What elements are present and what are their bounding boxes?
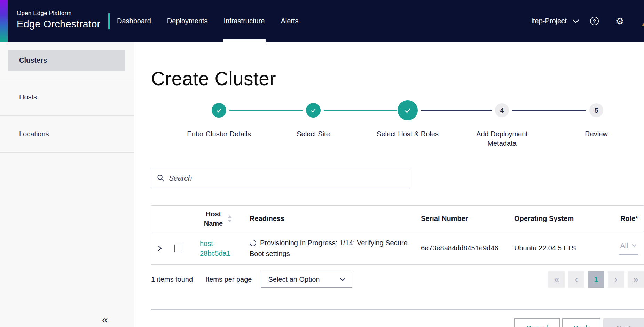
provisioning-spinner-icon — [249, 238, 258, 247]
wizard-stepper: 4 5 Enter Cluster Details Select Site Se… — [172, 94, 638, 152]
pagination-bar: 1 items found Items per page Select an O… — [151, 271, 644, 288]
row-serial-number-cell: 6e73e8a84dd8451e9d46 — [417, 244, 510, 252]
role-dropdown[interactable]: All — [620, 241, 636, 250]
chevron-down-icon[interactable] — [572, 19, 579, 23]
chevron-right-icon[interactable] — [157, 245, 163, 252]
page-1-button[interactable]: 1 — [588, 271, 604, 288]
help-icon[interactable]: ? — [590, 16, 599, 26]
project-selector-label[interactable]: itep-Project — [532, 17, 567, 25]
step-2-circle-complete[interactable] — [306, 103, 321, 118]
step-number: 5 — [594, 106, 598, 114]
nav-right-cluster: itep-Project ? ⚙ — [532, 0, 644, 42]
nav-menu: Dashboard Deployments Infrastructure Ale… — [109, 0, 307, 42]
step-1-circle-complete[interactable] — [212, 103, 226, 118]
user-avatar-icon[interactable] — [641, 16, 644, 26]
brand-product-label: Edge Orchestrator — [17, 18, 100, 30]
row-host-name-cell: host-28bc5da1 — [189, 239, 245, 258]
sidebar-item-label: Hosts — [0, 93, 37, 101]
sidebar-item-label: Locations — [0, 130, 49, 138]
sidebar-item-label: Clusters — [19, 56, 47, 64]
nav-item-deployments[interactable]: Deployments — [159, 0, 216, 42]
row-checkbox[interactable] — [174, 245, 182, 252]
row-checkbox-cell — [167, 245, 189, 252]
table-row: host-28bc5da1 Provisioning In Progress: … — [151, 232, 644, 264]
screen: Open Edge Platform Edge Orchestrator Das… — [0, 0, 644, 327]
stepper-connector-3-4 — [421, 110, 492, 111]
sidebar-collapse-icon[interactable]: « — [102, 314, 108, 326]
step-5-circle[interactable]: 5 — [589, 103, 603, 117]
brand-gradient-strip — [0, 0, 8, 42]
sidebar-item-clusters-selected-box[interactable]: Clusters — [8, 50, 125, 71]
check-icon — [215, 107, 222, 114]
chevron-down-icon — [340, 278, 346, 281]
nav-item-dashboard[interactable]: Dashboard — [109, 0, 159, 42]
step-4-label: Add Deployment Metadata — [474, 129, 530, 148]
table-header-row: Host Name Readiness Serial Number Operat… — [151, 206, 644, 232]
step-4-circle[interactable]: 4 — [495, 103, 509, 117]
hosts-table: Host Name Readiness Serial Number Operat… — [151, 205, 644, 265]
readiness-text: Provisioning In Progress: 1/14: Verifyin… — [250, 239, 408, 257]
sort-desc-icon — [228, 220, 232, 222]
column-header-host-name[interactable]: Host Name — [189, 209, 245, 228]
back-button[interactable]: Back — [562, 318, 600, 327]
page-buttons: « ‹ 1 › » — [548, 271, 644, 288]
brand: Open Edge Platform Edge Orchestrator — [17, 10, 100, 30]
check-icon — [310, 107, 317, 114]
footer-divider — [151, 309, 644, 310]
nav-item-infrastructure[interactable]: Infrastructure — [216, 0, 273, 42]
row-expand-cell — [151, 245, 167, 252]
sidebar: Clusters Hosts Locations « — [0, 42, 134, 327]
step-3-circle-current[interactable] — [398, 100, 418, 120]
search-input[interactable] — [169, 174, 405, 182]
column-header-readiness: Readiness — [245, 215, 417, 223]
column-header-role: Role* — [610, 215, 644, 223]
items-per-page-label: Items per page — [205, 276, 252, 284]
chevron-down-icon — [631, 244, 637, 247]
step-3-label: Select Host & Roles — [375, 129, 441, 139]
last-page-button[interactable]: » — [628, 271, 644, 288]
first-page-button[interactable]: « — [548, 271, 565, 288]
stepper-connector-4-5 — [512, 110, 586, 111]
sort-asc-icon — [228, 215, 232, 218]
gear-icon[interactable]: ⚙ — [616, 17, 624, 26]
main-content: Create Cluster 4 5 Enter Cluster Details — [134, 42, 644, 327]
previous-page-button[interactable]: ‹ — [568, 271, 584, 288]
step-5-label: Review — [563, 129, 629, 139]
page-title: Create Cluster — [151, 67, 276, 90]
step-2-label: Select Site — [280, 129, 346, 139]
sidebar-item-locations[interactable]: Locations — [0, 116, 134, 153]
top-navbar: Open Edge Platform Edge Orchestrator Das… — [0, 0, 644, 42]
role-dropdown-value: All — [620, 241, 628, 250]
page-size-select[interactable]: Select an Option — [261, 271, 352, 288]
cancel-button[interactable]: Cancel — [514, 318, 560, 327]
svg-text:?: ? — [593, 18, 596, 24]
sort-icon[interactable] — [228, 215, 232, 222]
items-found-text: 1 items found — [151, 276, 193, 284]
sidebar-item-clusters[interactable]: Clusters — [0, 42, 134, 79]
column-header-serial-number: Serial Number — [417, 215, 510, 223]
sidebar-item-hosts[interactable]: Hosts — [0, 79, 134, 116]
nav-item-alerts[interactable]: Alerts — [273, 0, 306, 42]
stepper-connector-1-2 — [229, 110, 303, 111]
check-icon — [403, 106, 412, 114]
search-box — [151, 168, 410, 188]
search-icon — [157, 174, 165, 182]
page-size-select-value: Select an Option — [268, 276, 320, 284]
column-header-operating-system: Operating System — [510, 215, 610, 223]
brand-platform-label: Open Edge Platform — [17, 10, 100, 17]
stepper-connector-2-3 — [324, 110, 397, 111]
next-page-button[interactable]: › — [608, 271, 624, 288]
row-operating-system-cell: Ubuntu 22.04.5 LTS — [510, 244, 610, 252]
role-dropdown-underline — [619, 254, 638, 255]
next-button[interactable]: Next — [603, 318, 644, 327]
host-name-link[interactable]: host-28bc5da1 — [200, 239, 235, 258]
row-readiness-cell: Provisioning In Progress: 1/14: Verifyin… — [245, 238, 417, 259]
step-1-label: Enter Cluster Details — [186, 129, 252, 139]
row-role-cell: All — [610, 241, 644, 255]
step-number: 4 — [500, 106, 504, 114]
